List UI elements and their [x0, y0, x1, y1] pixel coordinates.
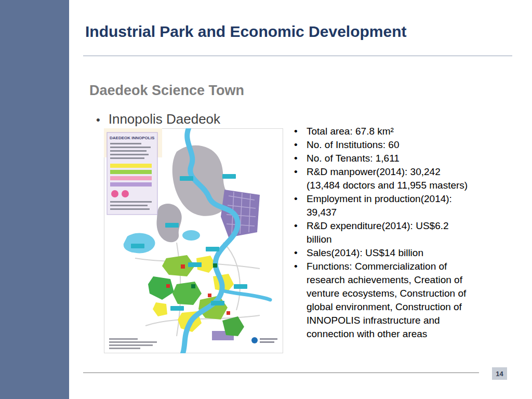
legend-footnote-rows: [110, 201, 152, 210]
bullet-marker: •: [294, 152, 307, 165]
fact-item: •Sales(2014): US$14 billion: [294, 246, 503, 260]
fact-text: Sales(2014): US$14 billion: [307, 246, 423, 260]
section-heading: Daedeok Science Town: [89, 83, 244, 99]
slide-title: Industrial Park and Economic Development: [85, 23, 407, 41]
fact-text: No. of Institutions: 60: [307, 138, 400, 152]
bullet-marker: •: [294, 138, 307, 152]
fact-text: Functions: Commercialization of research…: [307, 260, 466, 341]
presentation-slide: Industrial Park and Economic Development…: [0, 0, 532, 399]
left-accent-bar: [0, 0, 69, 399]
fact-text: Employment in production(2014): 39,437: [307, 192, 452, 219]
fact-item: •No. of Institutions: 60: [294, 138, 503, 152]
bullet-marker: •: [294, 165, 307, 192]
fact-item: •Functions: Commercialization of researc…: [294, 260, 503, 341]
bullet-heading-label: Innopolis Daedeok: [109, 111, 220, 127]
bullet-marker: •: [294, 260, 307, 341]
footer-divider: [83, 373, 479, 373]
bullet-marker: •: [294, 192, 307, 219]
facts-list: •Total area: 67.8 km² •No. of Institutio…: [294, 125, 503, 341]
fact-item: •Employment in production(2014): 39,437: [294, 192, 503, 219]
bullet-heading: • Innopolis Daedeok: [96, 111, 220, 127]
map-legend: DAEDEOK INNOPOLIS: [107, 132, 157, 215]
fact-item: •R&D manpower(2014): 30,242 (13,484 doct…: [294, 165, 503, 192]
fact-item: •R&D expenditure(2014): US$6.2 billion: [294, 219, 503, 246]
bullet-marker: •: [96, 113, 100, 127]
bullet-marker: •: [294, 125, 307, 138]
bullet-marker: •: [294, 246, 307, 260]
page-number-badge: 14: [492, 367, 507, 380]
fact-item: •Total area: 67.8 km²: [294, 125, 503, 138]
map-title: DAEDEOK INNOPOLIS: [110, 136, 155, 140]
daedeok-innopolis-map: DAEDEOK INNOPOLIS: [104, 128, 283, 353]
title-divider: [83, 56, 512, 56]
fact-text: No. of Tenants: 1,611: [307, 152, 400, 165]
fact-text: Total area: 67.8 km²: [307, 125, 394, 138]
bullet-marker: •: [294, 219, 307, 246]
fact-item: •No. of Tenants: 1,611: [294, 152, 503, 165]
fact-text: R&D manpower(2014): 30,242 (13,484 docto…: [307, 165, 468, 192]
map-illustration: DAEDEOK INNOPOLIS: [104, 128, 283, 353]
fact-text: R&D expenditure(2014): US$6.2 billion: [307, 219, 449, 246]
